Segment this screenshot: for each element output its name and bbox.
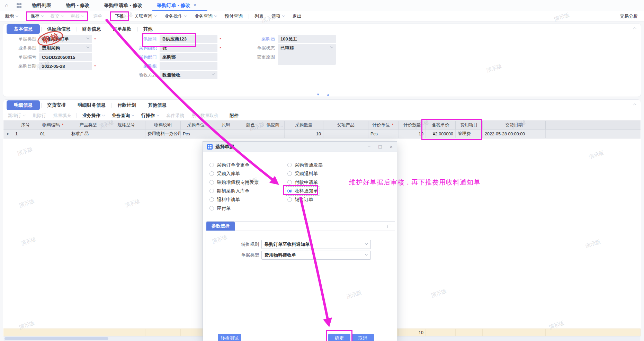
toolbar-button[interactable]: 业务操作	[82, 113, 105, 119]
field-input[interactable]	[278, 50, 336, 65]
column-header[interactable]: 计价单位*	[368, 121, 399, 129]
window-tab[interactable]: 物料 - 修改	[66, 2, 89, 9]
tab-item[interactable]: 订单条款	[107, 24, 137, 34]
toolbar-button[interactable]: 选项	[271, 13, 285, 19]
radio-option[interactable]: 采购退料单	[286, 169, 320, 178]
home-icon[interactable]: ⌂	[5, 2, 8, 8]
column-header[interactable]: 规格型号	[107, 121, 145, 129]
grid-cell[interactable]	[265, 129, 285, 138]
field-input[interactable]: 采购部	[160, 53, 217, 61]
toolbar-button[interactable]: 预付查询	[225, 13, 243, 19]
toolbar-button[interactable]: 业务查询	[195, 13, 217, 19]
window-tab[interactable]: 采购申请单 - 修改	[104, 2, 142, 9]
field-input[interactable]: 2022-05-28	[39, 62, 92, 70]
radio-option[interactable]: 收料通知单	[286, 187, 320, 195]
triangle-down-icon[interactable]: ▼	[316, 93, 320, 96]
toolbar-button[interactable]: 附件	[230, 113, 239, 119]
tab-item[interactable]: 其他	[137, 24, 159, 34]
tab-parameter-select[interactable]: 参数选择	[206, 222, 235, 231]
grid-cell[interactable]	[216, 129, 236, 138]
column-header[interactable]: 采购数量	[285, 121, 323, 129]
toolbar-button[interactable]: 审核	[71, 13, 84, 19]
grid-cell[interactable]: 1	[13, 129, 38, 138]
radio-option[interactable]: 采购订单变更单	[208, 161, 251, 169]
grid-cell[interactable]: 管理费	[456, 129, 483, 138]
grid-cell[interactable]	[236, 129, 265, 138]
column-header[interactable]: 物料说明	[145, 121, 181, 129]
toolbar-button[interactable]: 列表	[254, 13, 263, 19]
window-tab[interactable]: 采购订单 - 修改×	[157, 2, 196, 9]
toolbar-button[interactable]: 退出	[293, 13, 302, 19]
radio-option[interactable]: 采购增值税专用发票	[208, 178, 260, 187]
grid-cell[interactable]: 2022-05-28 00:00:00	[483, 129, 546, 138]
tab-item[interactable]: 付款计划	[111, 100, 142, 110]
window-tab[interactable]: 物料列表	[32, 2, 51, 9]
toolbar-button[interactable]: 行操作	[141, 113, 159, 119]
column-header[interactable]: 供应商...	[265, 121, 285, 129]
column-header[interactable]: 采购单位*	[181, 121, 216, 129]
column-header[interactable]: 费用项目	[456, 121, 483, 129]
field-input[interactable]	[160, 62, 217, 70]
maximize-icon[interactable]: □	[378, 144, 382, 149]
grid-cell[interactable]: Pcs	[181, 129, 216, 138]
grid-cell[interactable]: 标准产品	[69, 129, 107, 138]
column-header[interactable]: 尺码	[216, 121, 236, 129]
field-input[interactable]: 100员工	[278, 35, 336, 43]
grid-cell[interactable]: Pcs	[368, 129, 399, 138]
minimize-icon[interactable]: −	[367, 144, 370, 149]
triangle-up-icon[interactable]: ▲	[327, 93, 330, 96]
grid-cell[interactable]	[107, 129, 145, 138]
grid-cell[interactable]	[323, 129, 368, 138]
toolbar-button[interactable]: 业务查询	[112, 113, 134, 119]
column-header[interactable]: 计价数量	[399, 121, 426, 129]
tab-item[interactable]: 明细财务信息	[72, 100, 111, 110]
dialog-title-bar[interactable]: 选择单据 − □ ×	[203, 142, 397, 152]
radio-option[interactable]: 销售订单	[286, 195, 315, 204]
tab-item[interactable]: 财务信息	[77, 24, 107, 34]
toolbar-button[interactable]: 业务操作	[164, 13, 187, 19]
radio-option[interactable]: 退料申请单	[208, 195, 242, 204]
ok-button[interactable]: 确定	[328, 334, 350, 341]
column-header[interactable]: 交货日期	[483, 121, 546, 129]
row-selector[interactable]: ▶	[3, 129, 13, 138]
column-header[interactable]: 序号	[13, 121, 38, 129]
tab-item[interactable]: 交货安排	[41, 100, 72, 110]
column-header[interactable]: 颜色	[236, 121, 265, 129]
toolbar-button[interactable]: 新增	[5, 13, 18, 19]
radio-option[interactable]: 期初采购入库单	[208, 187, 251, 195]
field-select[interactable]: 数量验收	[160, 71, 217, 79]
toolbar-button[interactable]: 批量填充	[53, 113, 71, 119]
param-select[interactable]: 采购订单至收料通知单	[261, 240, 371, 249]
scrollbar-thumb[interactable]	[5, 337, 108, 340]
column-header[interactable]: 父项产品	[323, 121, 368, 129]
param-select[interactable]: 费用物料接收单	[261, 251, 371, 260]
tab-item[interactable]: 其他信息	[142, 100, 172, 110]
toolbar-button[interactable]: 保存	[30, 13, 44, 19]
grid-cell[interactable]: ¥2.000000	[426, 129, 456, 138]
convert-test-button[interactable]: 转换测试	[218, 334, 241, 341]
toolbar-button[interactable]: 新增行	[8, 113, 25, 119]
column-header[interactable]: 含税单价	[426, 121, 456, 129]
close-icon[interactable]: ×	[390, 144, 393, 149]
tab-active[interactable]: 明细信息	[7, 100, 40, 110]
toolbar-button[interactable]: 累计数量取价	[191, 113, 218, 119]
radio-option[interactable]: 应付单	[208, 204, 232, 213]
radio-option[interactable]: 采购普通发票	[286, 161, 324, 169]
column-header[interactable]	[3, 121, 13, 129]
radio-option[interactable]: 采购入库单	[208, 169, 242, 178]
apps-grid-icon[interactable]	[17, 3, 21, 8]
field-input[interactable]: B供应商123	[160, 35, 217, 43]
grid-cell[interactable]: 10	[399, 129, 426, 138]
cancel-button[interactable]: 取消	[352, 334, 374, 341]
toolbar-button[interactable]: 关联查询	[134, 13, 156, 19]
toolbar-button[interactable]: 套件采购	[166, 113, 184, 119]
tab-active[interactable]: 基本信息	[7, 24, 40, 34]
grid-cell[interactable]: 01	[38, 129, 69, 138]
toolbar-button[interactable]: 下推	[115, 13, 124, 19]
grid-cell[interactable]: 10	[285, 129, 323, 138]
close-tab-icon[interactable]: ×	[194, 2, 196, 8]
toolbar-button[interactable]: 删除行	[33, 113, 46, 119]
toolbar-button[interactable]: 提交	[51, 13, 64, 19]
field-input[interactable]: 张	[160, 44, 217, 52]
expand-icon[interactable]	[387, 224, 391, 228]
